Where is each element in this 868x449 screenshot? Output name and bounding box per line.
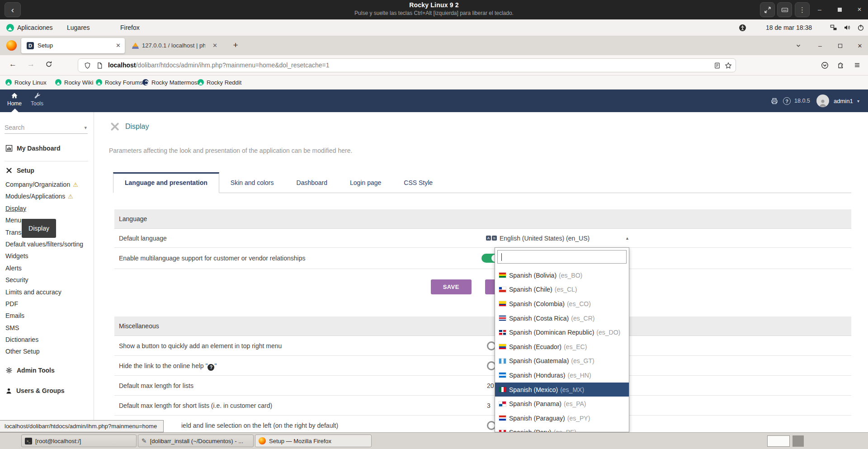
tab-language-presentation[interactable]: Language and presentation: [113, 172, 219, 193]
clock[interactable]: 18 de mar 18:38: [766, 19, 812, 36]
sidebar-item-pdf[interactable]: PDF: [0, 298, 94, 310]
flag-panama-icon: [499, 402, 506, 406]
shield-icon[interactable]: [84, 62, 91, 69]
browser-maximize-button[interactable]: [834, 40, 846, 52]
sidebar-item-widgets[interactable]: Widgets: [0, 250, 94, 262]
dropdown-option-es_CR[interactable]: Spanish (Costa Rica)(es_CR): [495, 311, 629, 326]
menu-aplicaciones[interactable]: Aplicaciones: [17, 19, 53, 36]
bookmark-rocky-reddit[interactable]: Rocky Reddit: [198, 76, 241, 89]
workspace-switcher-active[interactable]: [767, 435, 790, 447]
miscellaneous-table: Miscellaneous Show a button to quickly a…: [114, 317, 851, 435]
browser-close-button[interactable]: [854, 40, 866, 52]
sidebar-item-dashboard[interactable]: My Dashboard: [5, 145, 60, 152]
chevron-down-icon[interactable]: [84, 122, 87, 133]
language-select[interactable]: English (United States) (en_US): [486, 229, 590, 247]
bookmark-rocky-wiki[interactable]: Rocky Wiki: [55, 76, 93, 89]
power-icon[interactable]: [857, 24, 864, 31]
bookmark-rocky-forums[interactable]: Rocky Forums: [96, 76, 143, 89]
bookmark-star-icon[interactable]: [725, 62, 732, 69]
tab-css-style[interactable]: CSS Style: [392, 172, 444, 193]
dropdown-search-input[interactable]: [497, 250, 627, 264]
tab-phpmyadmin[interactable]: 127.0.0.1 / localhost | php: [128, 38, 222, 53]
avatar[interactable]: [816, 90, 829, 112]
save-button[interactable]: SAVE: [431, 279, 472, 294]
sidebar-item-modules-applications[interactable]: Modules/Applications: [0, 190, 94, 202]
vm-menu-icon[interactable]: [795, 2, 810, 17]
dropdown-option-es_PA[interactable]: Spanish (Panama)(es_PA): [495, 397, 629, 411]
search-input[interactable]: Search: [5, 122, 88, 134]
sidebar-item-default-values[interactable]: Default values/filters/sorting: [0, 238, 94, 250]
dropdown-option-es_PE[interactable]: Spanish (Peru)(es_PE): [495, 425, 629, 432]
print-icon[interactable]: [770, 90, 778, 112]
menu-lugares[interactable]: Lugares: [67, 19, 90, 36]
extensions-puzzle-icon[interactable]: [837, 61, 844, 69]
dropdown-option-es_EC[interactable]: Spanish (Ecuador)(es_EC): [495, 340, 629, 354]
sidebar-item-security[interactable]: Security: [0, 274, 94, 286]
focused-app-name[interactable]: Firefox: [120, 19, 140, 36]
close-tab-icon[interactable]: [212, 38, 217, 53]
pocket-icon[interactable]: [821, 61, 829, 69]
hamburger-menu-icon[interactable]: [854, 61, 861, 69]
taskbar-window-editor[interactable]: [dolibarr_install (~/Documentos) - ...: [138, 435, 254, 447]
tab-skin-colors[interactable]: Skin and colors: [219, 172, 285, 193]
browser-minimize-button[interactable]: [814, 40, 826, 52]
nav-home[interactable]: Home: [4, 92, 25, 107]
workspace-switcher-next[interactable]: [793, 435, 804, 447]
forward-icon[interactable]: →: [27, 60, 35, 69]
dropdown-option-es_CO[interactable]: Spanish (Colombia)(es_CO): [495, 297, 629, 311]
url-text[interactable]: localhost/dolibarr/htdocs/admin/ihm.php?…: [108, 59, 330, 72]
dropdown-option-es_MX-selected[interactable]: Spanish (Mexico)(es_MX): [495, 383, 629, 397]
chevron-down-icon[interactable]: [857, 90, 859, 112]
taskbar-window-terminal[interactable]: [root@localhost:/]: [21, 435, 137, 447]
keyboard-icon[interactable]: [777, 2, 792, 17]
reader-mode-icon[interactable]: [714, 62, 721, 69]
taskbar-window-firefox[interactable]: Setup — Mozilla Firefox: [255, 435, 372, 447]
dropdown-option-es_CL[interactable]: Spanish (Chile)(es_CL): [495, 283, 629, 297]
bookmark-rocky-linux[interactable]: Rocky Linux: [5, 76, 47, 89]
gear-icon: [5, 367, 13, 374]
list-tabs-icon[interactable]: [792, 40, 805, 52]
url-bar[interactable]: localhost/dolibarr/htdocs/admin/ihm.php?…: [78, 58, 736, 72]
sidebar-item-display[interactable]: Display: [0, 203, 94, 214]
dropdown-option-es_BO[interactable]: Spanish (Bolivia)(es_BO): [495, 268, 629, 283]
sidebar-item-company-organization[interactable]: Company/Organization: [0, 179, 94, 190]
sidebar-item-other-setup[interactable]: Other Setup: [0, 345, 94, 357]
bookmark-rocky-mattermost[interactable]: Rocky Mattermost: [142, 76, 199, 89]
sidebar-section-users-groups[interactable]: Users & Groups: [5, 387, 65, 394]
tab-login-page[interactable]: Login page: [339, 172, 392, 193]
help-icon: ?: [208, 364, 214, 371]
reload-icon[interactable]: [45, 61, 52, 68]
sidebar-item-alerts[interactable]: Alerts: [0, 262, 94, 274]
sidebar-section-setup[interactable]: Setup: [5, 167, 34, 174]
volume-icon[interactable]: [844, 24, 851, 31]
dropdown-option-es_DO[interactable]: Spanish (Dominican Republic)(es_DO): [495, 325, 629, 340]
dropdown-option-es_PY[interactable]: Spanish (Paraguay)(es_PY): [495, 411, 629, 425]
back-icon[interactable]: ←: [9, 60, 17, 69]
accessibility-icon[interactable]: [739, 24, 746, 32]
dropdown-option-es_GT[interactable]: Spanish (Guatemala)(es_GT): [495, 354, 629, 369]
rocky-logo-icon[interactable]: [6, 24, 14, 32]
tab-setup[interactable]: D Setup: [21, 38, 125, 53]
sidebar-section-admin-tools[interactable]: Admin Tools: [5, 367, 55, 374]
close-tab-icon[interactable]: [116, 38, 121, 53]
sidebar-item-emails[interactable]: Emails: [0, 310, 94, 321]
network-icon[interactable]: [830, 24, 837, 31]
chevron-up-icon[interactable]: [625, 229, 629, 247]
sidebar-item-sms[interactable]: SMS: [0, 322, 94, 334]
nav-tools[interactable]: Tools: [26, 92, 48, 107]
vm-close-button[interactable]: [854, 4, 865, 15]
version-label: 18.0.5: [794, 90, 810, 112]
fullscreen-icon[interactable]: [760, 2, 775, 17]
user-menu[interactable]: admin1: [834, 90, 853, 112]
page-info-icon[interactable]: [96, 62, 103, 69]
vm-minimize-button[interactable]: [814, 4, 826, 15]
tooltip-display: Display: [22, 219, 56, 238]
sidebar-item-limits-accuracy[interactable]: Limits and accuracy: [0, 286, 94, 298]
dropdown-list: Spanish (Bolivia)(es_BO) Spanish (Chile)…: [495, 268, 629, 432]
vm-maximize-button[interactable]: [834, 4, 845, 15]
dropdown-option-es_HN[interactable]: Spanish (Honduras)(es_HN): [495, 368, 629, 383]
sidebar-item-dictionaries[interactable]: Dictionaries: [0, 334, 94, 345]
tab-dashboard[interactable]: Dashboard: [285, 172, 339, 193]
new-tab-button[interactable]: [229, 38, 242, 53]
help-icon[interactable]: [783, 90, 791, 112]
